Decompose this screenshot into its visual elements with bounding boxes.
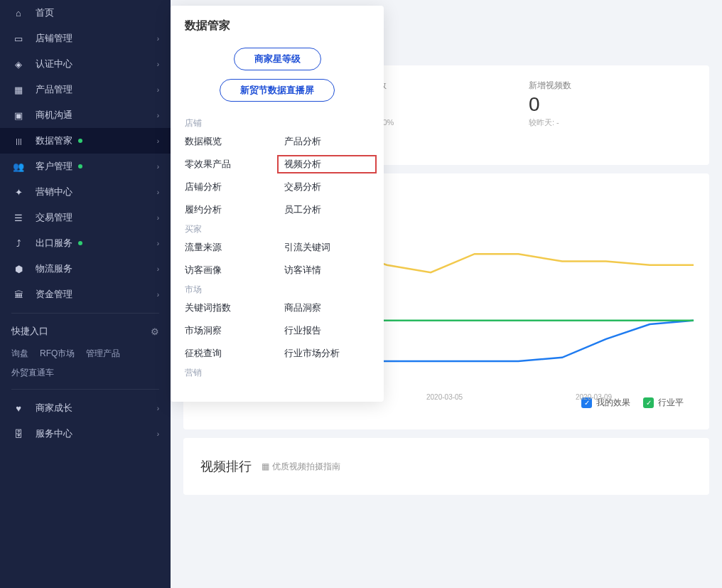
chevron-right-icon: ›	[157, 265, 159, 273]
flyout-buttons: 商家星等级新贸节数据直播屏	[171, 42, 384, 110]
flyout-link[interactable]: 数据概览	[185, 135, 270, 148]
sidebar-item-2[interactable]: ◈认证中心›	[0, 51, 171, 77]
sidebar-item-7[interactable]: ✦营销中心›	[0, 179, 171, 205]
sidebar-bottom-item-1[interactable]: 🗄服务中心›	[0, 421, 171, 447]
stat-box: 新增视频数0较昨天: -	[529, 80, 692, 151]
flyout-link[interactable]: 流量来源	[185, 241, 270, 254]
truck-icon: ⬢	[11, 264, 26, 274]
legend-item[interactable]: ✓行业平	[643, 397, 684, 409]
flyout-link[interactable]: 视频分析	[277, 155, 377, 173]
x-tick: 2020-03-09	[576, 393, 612, 401]
flyout-link[interactable]: 访客画像	[185, 264, 270, 277]
chevron-right-icon: ›	[157, 163, 159, 171]
sidebar-item-8[interactable]: ☰交易管理›	[0, 205, 171, 230]
sidebar-item-label: 产品管理	[36, 83, 72, 96]
quick-link[interactable]: RFQ市场	[40, 348, 75, 360]
users-icon: 👥	[11, 161, 26, 172]
sidebar-item-5[interactable]: ⫼数据管家›	[0, 128, 171, 154]
chart-icon: ⫼	[11, 136, 26, 146]
sidebar-item-label: 数据管家	[36, 134, 72, 147]
heart-icon: ♥	[11, 403, 26, 414]
sidebar-item-4[interactable]: ▣商机沟通›	[0, 102, 171, 128]
shield-icon: ◈	[11, 59, 26, 70]
video-rank-card: 视频排行 ▦ 优质视频拍摄指南	[183, 438, 709, 495]
flyout-link[interactable]: 关键词指数	[185, 301, 270, 314]
quick-link[interactable]: 询盘	[11, 348, 28, 360]
sidebar-item-label: 物流服务	[36, 262, 72, 275]
chevron-right-icon: ›	[157, 291, 159, 299]
rank-title: 视频排行	[200, 458, 252, 475]
legend-label: 行业平	[658, 397, 684, 409]
flyout-pill-button[interactable]: 新贸节数据直播屏	[220, 79, 335, 102]
stat-value: 0	[529, 93, 692, 116]
rank-subtitle[interactable]: ▦ 优质视频拍摄指南	[262, 461, 340, 473]
quick-link[interactable]: 外贸直通车	[11, 367, 54, 379]
flyout-section: 营销	[171, 360, 384, 379]
chevron-right-icon: ›	[157, 240, 159, 247]
flyout-link-grid: 数据概览产品分析零效果产品视频分析店铺分析交易分析履约分析员工分析	[185, 135, 370, 216]
flyout-link[interactable]: 市场洞察	[185, 324, 270, 337]
status-dot	[78, 241, 82, 245]
flyout-link[interactable]: 员工分析	[284, 203, 370, 216]
bank-icon: 🏛	[11, 289, 26, 300]
data-manager-flyout: 数据管家 商家星等级新贸节数据直播屏 店铺数据概览产品分析零效果产品视频分析店铺…	[171, 6, 384, 402]
sidebar-item-label: 首页	[36, 6, 54, 19]
chevron-right-icon: ›	[157, 35, 159, 43]
sidebar-bottom-item-0[interactable]: ♥商家成长›	[0, 395, 171, 421]
gear-icon[interactable]: ⚙	[151, 326, 159, 337]
chevron-right-icon: ›	[157, 188, 159, 196]
flyout-link[interactable]: 访客详情	[284, 264, 370, 277]
quick-link[interactable]: 管理产品	[86, 348, 120, 360]
flyout-section: 店铺数据概览产品分析零效果产品视频分析店铺分析交易分析履约分析员工分析	[171, 110, 384, 216]
stat-label: 新增视频数	[529, 80, 692, 92]
sidebar-item-label: 出口服务	[36, 237, 72, 250]
flyout-link[interactable]: 店铺分析	[185, 181, 270, 193]
flyout-section: 买家流量来源引流关键词访客画像访客详情	[171, 216, 384, 277]
briefcase-icon: 🗄	[11, 429, 26, 439]
divider	[11, 389, 159, 390]
flyout-link[interactable]: 履约分析	[185, 203, 270, 216]
store-icon: ▭	[11, 33, 26, 44]
flyout-link-grid: 流量来源引流关键词访客画像访客详情	[185, 241, 370, 277]
flyout-section-title: 营销	[185, 367, 370, 379]
sidebar: ⌂首页▭店铺管理›◈认证中心›▦产品管理›▣商机沟通›⫼数据管家›👥客户管理›✦…	[0, 0, 171, 588]
flyout-link[interactable]: 交易分析	[284, 181, 370, 193]
sidebar-item-11[interactable]: 🏛资金管理›	[0, 282, 171, 307]
flyout-title: 数据管家	[171, 18, 384, 42]
flyout-pill-button[interactable]: 商家星等级	[234, 48, 321, 70]
target-icon: ✦	[11, 187, 26, 198]
flyout-section-title: 买家	[185, 223, 370, 235]
sidebar-item-10[interactable]: ⬢物流服务›	[0, 256, 171, 282]
sidebar-item-label: 资金管理	[36, 288, 72, 301]
flyout-section-title: 店铺	[185, 117, 370, 129]
x-tick: 2020-03-05	[426, 393, 463, 401]
flyout-link[interactable]: 行业报告	[284, 324, 370, 337]
chevron-right-icon: ›	[157, 214, 159, 222]
flyout-link[interactable]: 产品分析	[284, 135, 370, 148]
quick-entry-label: 快捷入口	[11, 325, 48, 338]
status-dot	[78, 139, 82, 143]
sidebar-item-9[interactable]: ⤴出口服务›	[0, 230, 171, 256]
checkbox-icon: ✓	[643, 397, 654, 408]
grid-icon: ▦	[11, 85, 26, 95]
sidebar-item-label: 认证中心	[36, 58, 72, 70]
status-dot	[78, 164, 82, 169]
flyout-link[interactable]: 征税查询	[185, 347, 270, 360]
sidebar-item-3[interactable]: ▦产品管理›	[0, 77, 171, 102]
sidebar-item-0[interactable]: ⌂首页	[0, 0, 171, 26]
flyout-link[interactable]: 引流关键词	[284, 241, 370, 254]
chevron-right-icon: ›	[157, 86, 159, 94]
flyout-link-grid: 关键词指数商品洞察市场洞察行业报告征税查询行业市场分析	[185, 301, 370, 360]
video-icon: ▦	[262, 461, 269, 471]
quick-entry-header: 快捷入口 ⚙	[0, 319, 171, 343]
sidebar-item-6[interactable]: 👥客户管理›	[0, 154, 171, 179]
sidebar-item-label: 客户管理	[36, 160, 72, 173]
stat-sub: 较昨天: -	[529, 117, 692, 128]
flyout-link[interactable]: 零效果产品	[185, 158, 270, 171]
sidebar-item-1[interactable]: ▭店铺管理›	[0, 26, 171, 51]
flyout-link[interactable]: 商品洞察	[284, 301, 370, 314]
flyout-link[interactable]: 行业市场分析	[284, 347, 370, 360]
chat-icon: ▣	[11, 110, 26, 121]
chevron-right-icon: ›	[157, 112, 159, 119]
divider	[11, 313, 159, 314]
